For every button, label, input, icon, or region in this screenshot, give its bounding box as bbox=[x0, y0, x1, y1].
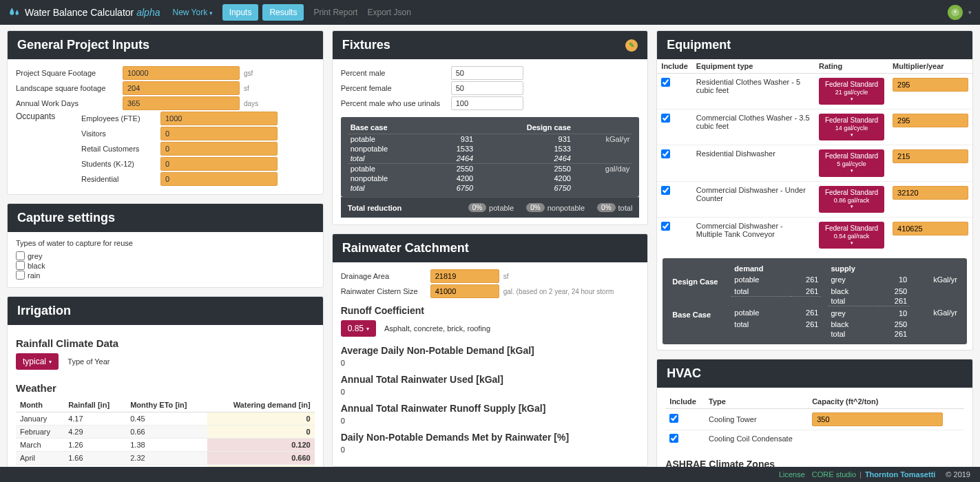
landscape-label: Landscape square footage bbox=[16, 84, 123, 92]
navbar: Water Balance Calculator alpha New York … bbox=[0, 0, 980, 25]
license-link[interactable]: License bbox=[779, 470, 805, 479]
include-checkbox[interactable] bbox=[661, 186, 670, 195]
include-checkbox[interactable] bbox=[669, 434, 678, 443]
rating-dropdown[interactable]: Federal Standard14 gal/cycle bbox=[819, 114, 884, 140]
multiplier-input[interactable] bbox=[893, 114, 968, 127]
irrigation-header: Irrigation bbox=[17, 304, 71, 318]
fixtures-card: Fixtures ✎ Percent male Percent female P… bbox=[332, 30, 649, 225]
include-checkbox[interactable] bbox=[661, 114, 670, 123]
tab-inputs[interactable]: Inputs bbox=[222, 4, 259, 21]
rainfall-title: Rainfall Climate Data bbox=[16, 337, 315, 349]
rainwater-card: Rainwater Catchment Drainage Areasf Rain… bbox=[332, 233, 649, 467]
city-dropdown[interactable]: New York bbox=[172, 8, 212, 17]
table-row: April1.662.320.660 bbox=[16, 452, 315, 465]
rain-checkbox[interactable] bbox=[16, 271, 25, 280]
table-row: January4.170.450 bbox=[16, 412, 315, 426]
edit-fixtures-icon[interactable]: ✎ bbox=[625, 39, 638, 52]
visitors-input[interactable] bbox=[160, 127, 278, 140]
workdays-unit: days bbox=[244, 100, 258, 107]
retail-input[interactable] bbox=[160, 142, 278, 156]
table-row: Commercial Dishwasher - Multiple Tank Co… bbox=[657, 217, 972, 253]
weather-title: Weather bbox=[16, 382, 315, 394]
runoff-desc: Asphalt, concrete, brick, roofing bbox=[384, 324, 490, 333]
export-json-link[interactable]: Export Json bbox=[367, 8, 410, 17]
black-checkbox[interactable] bbox=[16, 261, 25, 270]
user-menu-caret[interactable]: ▾ bbox=[968, 9, 972, 16]
irrigation-card: Irrigation Rainfall Climate Data typical… bbox=[7, 296, 324, 482]
capture-settings-card: Capture settings Types of water to captu… bbox=[7, 203, 324, 288]
table-row: March1.261.380.120 bbox=[16, 439, 315, 452]
rating-dropdown[interactable]: Federal Standard0.54 gal/rack bbox=[819, 222, 884, 249]
sqft-unit: gsf bbox=[244, 70, 253, 77]
rating-dropdown[interactable]: Federal Standard0.86 gal/rack bbox=[819, 186, 884, 213]
cistern-size-input[interactable] bbox=[430, 284, 499, 298]
residential-input[interactable] bbox=[160, 172, 278, 186]
rating-dropdown[interactable]: Federal Standard21 gal/cycle bbox=[819, 78, 884, 105]
equipment-header: Equipment bbox=[667, 38, 731, 52]
grey-checkbox[interactable] bbox=[16, 251, 25, 260]
occupants-label: Occupants bbox=[16, 112, 81, 187]
include-checkbox[interactable] bbox=[661, 78, 670, 87]
general-header: General Project Inputs bbox=[8, 31, 323, 59]
table-row: Commercial Clothes Washer - 3.5 cubic fe… bbox=[657, 109, 972, 145]
brand: Water Balance Calculator alpha bbox=[8, 6, 160, 19]
table-row: Residential Clothes Washer - 5 cubic fee… bbox=[657, 74, 972, 109]
total-reduction-row: Total reduction 0%potable 0%nonpotable 0… bbox=[341, 197, 640, 218]
footer: License CORE studio | Thornton Tomasetti… bbox=[0, 467, 980, 482]
landscape-unit: sf bbox=[244, 85, 249, 92]
include-checkbox[interactable] bbox=[661, 222, 670, 231]
sqft-input[interactable] bbox=[123, 66, 240, 80]
workdays-label: Annual Work Days bbox=[16, 99, 123, 107]
percent-male-input[interactable] bbox=[451, 66, 523, 80]
fixtures-header: Fixtures bbox=[342, 38, 390, 52]
core-studio-link[interactable]: CORE studio bbox=[812, 470, 856, 479]
students-input[interactable] bbox=[160, 157, 278, 171]
employees-input[interactable] bbox=[160, 112, 278, 125]
multiplier-input[interactable] bbox=[893, 149, 968, 163]
include-checkbox[interactable] bbox=[669, 414, 678, 423]
logo-icon bbox=[8, 6, 21, 19]
hvac-card: HVAC Include Type Capacity (ft^2/ton) Co… bbox=[656, 359, 973, 482]
thornton-link[interactable]: Thornton Tomasetti bbox=[865, 470, 935, 479]
copyright: © 2019 bbox=[946, 470, 970, 479]
multiplier-input[interactable] bbox=[893, 186, 968, 200]
include-checkbox[interactable] bbox=[661, 149, 670, 158]
capture-header: Capture settings bbox=[17, 211, 115, 225]
runoff-coef-dropdown[interactable]: 0.85 bbox=[341, 320, 376, 337]
percent-urinals-input[interactable] bbox=[451, 96, 523, 110]
drainage-area-input[interactable] bbox=[430, 269, 499, 283]
tab-results[interactable]: Results bbox=[262, 4, 304, 21]
rainwater-header: Rainwater Catchment bbox=[342, 241, 469, 255]
capture-subtitle: Types of water to capture for reuse bbox=[16, 239, 315, 247]
brand-text: Water Balance Calculator bbox=[25, 7, 134, 18]
workdays-input[interactable] bbox=[123, 96, 240, 110]
table-row: Commercial Dishwasher - Under Counter Fe… bbox=[657, 181, 972, 217]
equipment-table: Include Equipment type Rating Multiplier… bbox=[657, 59, 972, 253]
alpha-tag: alpha bbox=[136, 7, 160, 18]
print-report-link[interactable]: Print Report bbox=[313, 8, 357, 17]
general-project-inputs-card: General Project Inputs Project Square Fo… bbox=[7, 30, 324, 195]
table-row: Cooling Tower bbox=[665, 408, 964, 430]
equipment-summary: demandsupply Design Casepotable261grey10… bbox=[663, 258, 967, 344]
sqft-label: Project Square Footage bbox=[16, 69, 123, 77]
percent-female-input[interactable] bbox=[451, 81, 523, 95]
user-avatar[interactable] bbox=[948, 5, 963, 20]
table-row: Residential Dishwasher Federal Standard5… bbox=[657, 145, 972, 181]
fixtures-summary-table: Base caseDesign case potable931931kGal/y… bbox=[341, 117, 640, 197]
hvac-table: Include Type Capacity (ft^2/ton) Cooling… bbox=[665, 395, 964, 448]
typical-dropdown[interactable]: typical bbox=[16, 353, 59, 370]
hvac-header: HVAC bbox=[667, 366, 701, 381]
multiplier-input[interactable] bbox=[893, 222, 968, 235]
table-row: Cooling Coil Condensate bbox=[665, 430, 964, 448]
type-of-year-label: Type of Year bbox=[67, 357, 110, 366]
table-row: February4.290.660 bbox=[16, 426, 315, 439]
equipment-card: Equipment Include Equipment type Rating … bbox=[656, 30, 973, 350]
capacity-input[interactable] bbox=[812, 412, 943, 426]
multiplier-input[interactable] bbox=[893, 78, 968, 92]
rating-dropdown[interactable]: Federal Standard5 gal/cycle bbox=[819, 149, 884, 176]
landscape-input[interactable] bbox=[123, 81, 240, 95]
runoff-title: Runoff Coefficient bbox=[341, 305, 640, 316]
